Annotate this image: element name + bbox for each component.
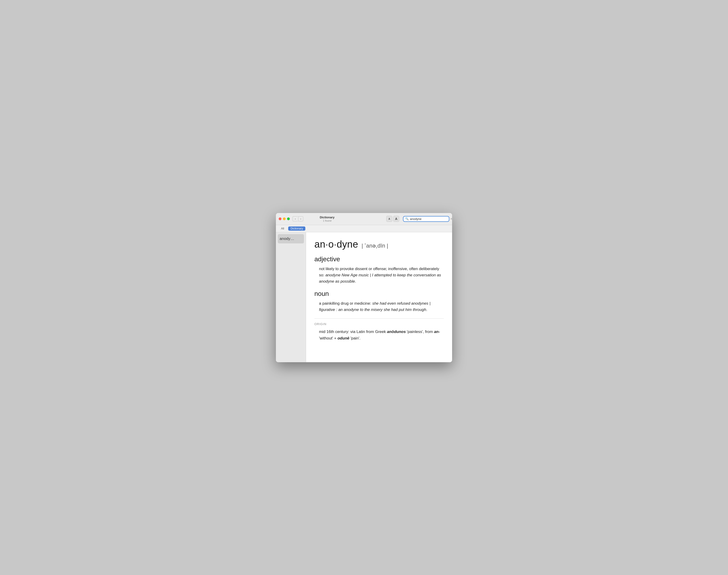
filter-dictionary-button[interactable]: Dictionary: [288, 227, 305, 231]
filter-all-button[interactable]: All: [279, 227, 286, 231]
app-window: ‹ › Dictionary 1 found A A 🔍 ✕ All Dicti…: [276, 213, 452, 362]
search-icon: 🔍: [405, 217, 409, 221]
traffic-lights: [279, 217, 290, 220]
search-bar: 🔍 ✕: [403, 216, 449, 222]
font-decrease-button[interactable]: A: [386, 216, 392, 222]
pos-adjective: adjective: [315, 256, 444, 263]
search-input[interactable]: [410, 217, 449, 221]
clear-search-button[interactable]: ✕: [450, 217, 452, 221]
pronunciation: | ˈanəˌdīn |: [361, 242, 388, 249]
entry-panel: an·o·dyne | ˈanəˌdīn | adjective not lik…: [306, 232, 452, 362]
titlebar-center: Dictionary 1 found: [288, 215, 366, 222]
font-size-controls: A A: [386, 216, 399, 222]
adjective-section: adjective not likely to provoke dissent …: [315, 256, 444, 285]
word-header: an·o·dyne | ˈanəˌdīn |: [315, 239, 444, 250]
app-subtitle: 1 found: [288, 219, 366, 222]
font-increase-button[interactable]: A: [393, 216, 399, 222]
app-title: Dictionary: [288, 215, 366, 219]
filterbar: All Dictionary: [276, 225, 452, 232]
origin-label: ORIGIN: [315, 322, 444, 326]
origin-text: mid 16th century: via Latin from Greek a…: [319, 329, 444, 341]
close-button[interactable]: [279, 217, 282, 220]
minimize-button[interactable]: [283, 217, 286, 220]
noun-section: noun a painkilling drug or medicine: she…: [315, 290, 444, 313]
definition-adjective: not likely to provoke dissent or offense…: [319, 266, 444, 285]
origin-section: ORIGIN mid 16th century: via Latin from …: [315, 318, 444, 341]
titlebar: ‹ › Dictionary 1 found A A 🔍 ✕: [276, 213, 452, 225]
definition-noun: a painkilling drug or medicine: she had …: [319, 300, 444, 313]
pos-noun: noun: [315, 290, 444, 298]
content-area: anody… an·o·dyne | ˈanəˌdīn | adjective …: [276, 232, 452, 362]
sidebar-item[interactable]: anody…: [278, 234, 304, 243]
word-title: an·o·dyne: [315, 239, 358, 250]
sidebar: anody…: [276, 232, 306, 362]
